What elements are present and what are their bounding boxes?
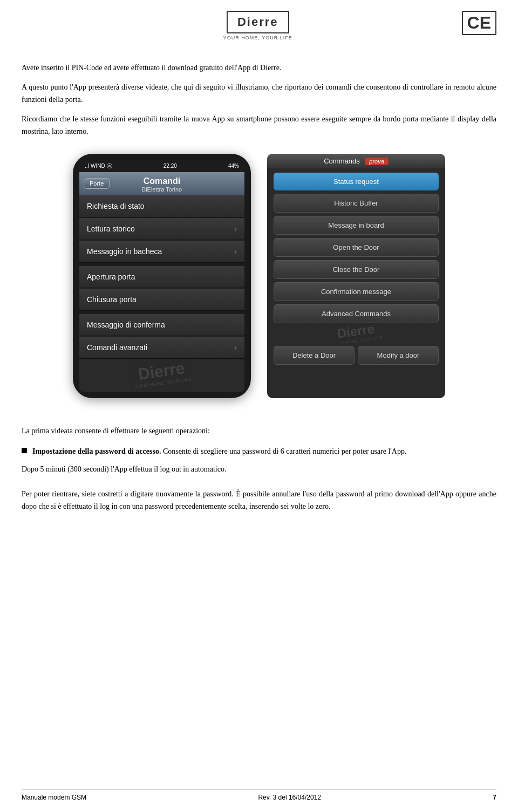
nav-back-button[interactable]: Porte xyxy=(84,178,110,189)
footer-right-text: 7 xyxy=(493,794,496,801)
status-time: 22:20 xyxy=(163,163,177,169)
page-header: Dierre YOUR HOME, YOUR LIFE CE xyxy=(0,0,518,46)
list-item-label: Lettura storico xyxy=(87,224,135,233)
bullet-text: Impostazione della password di accesso. … xyxy=(32,446,406,458)
list-item[interactable]: Comandi avanzati › xyxy=(79,337,244,359)
commands-header-text: Commands xyxy=(324,157,359,165)
list-item-label: Apertura porta xyxy=(87,272,135,281)
bullet-square-icon xyxy=(22,448,27,453)
list-item[interactable]: Richiesta di stato xyxy=(79,195,244,217)
list-item[interactable]: Messaggio in bacheca › xyxy=(79,241,244,263)
chevron-right-icon: › xyxy=(234,247,237,256)
chevron-right-icon: › xyxy=(234,343,237,352)
logo: Dierre YOUR HOME, YOUR LIFE xyxy=(223,11,292,40)
prova-badge: prova xyxy=(365,158,388,165)
delete-door-button[interactable]: Delete a Door xyxy=(274,346,355,365)
screenshots-section: ..I WIND ⓦ 22:20 44% Porte Comandi BiEle… xyxy=(22,154,496,398)
close-door-button[interactable]: Close the Door xyxy=(274,260,439,279)
list-item[interactable]: Apertura porta xyxy=(79,266,244,288)
list-item-label: Chiusura porta xyxy=(87,295,137,304)
page-footer: Manuale modem GSM Rev. 3 del 16/04/2012 … xyxy=(22,789,496,801)
iphone-menu-list: Richiesta di stato Lettura storico › Mes… xyxy=(79,195,244,392)
list-item-label: Richiesta di stato xyxy=(87,202,145,210)
iphone-screen: ..I WIND ⓦ 22:20 44% Porte Comandi BiEle… xyxy=(79,160,244,392)
main-content: Avete inserito il PIN-Code ed avete effe… xyxy=(0,46,518,425)
ce-mark: CE xyxy=(462,11,496,35)
paragraph-4: Dopo 5 minuti (300 secondi) l'App effett… xyxy=(22,463,496,481)
message-in-board-button[interactable]: Message in board xyxy=(274,216,439,235)
iphone-navbar: Porte Comandi BiElettra Torino xyxy=(79,172,244,195)
list-item-label: Messaggio in bacheca xyxy=(87,247,162,256)
iphone-screenshot: ..I WIND ⓦ 22:20 44% Porte Comandi BiEle… xyxy=(73,154,251,398)
footer-left-text: Manuale modem GSM xyxy=(22,794,86,801)
status-right: 44% xyxy=(228,163,239,169)
open-door-button[interactable]: Open the Door xyxy=(274,238,439,257)
paragraph-5: Per poter rientrare, siete costretti a d… xyxy=(22,488,496,556)
commands-header: Commands prova xyxy=(267,154,445,168)
list-item-label: Comandi avanzati xyxy=(87,343,147,352)
list-item[interactable]: Lettura storico › xyxy=(79,218,244,240)
bullet-item-password: Impostazione della password di accesso. … xyxy=(22,446,496,458)
caption-text: La prima videata consente di effettuare … xyxy=(22,425,496,437)
list-item[interactable]: Messaggio di conferma xyxy=(79,314,244,336)
confirmation-message-button[interactable]: Confirmation message xyxy=(274,282,439,301)
bullet-bold-text: Impostazione della password di accesso. xyxy=(32,447,161,455)
status-request-button[interactable]: Status request xyxy=(274,173,439,190)
status-left: ..I WIND ⓦ xyxy=(85,162,112,170)
paragraph-2: A questo punto l'App presenterà diverse … xyxy=(22,81,496,106)
list-item[interactable]: Chiusura porta xyxy=(79,289,244,311)
footer-center-text: Rev. 3 del 16/04/2012 xyxy=(258,794,321,801)
bullet-rest-text: Consente di scegliere una password di 6 … xyxy=(161,447,406,455)
paragraph-1: Avete inserito il PIN-Code ed avete effe… xyxy=(22,62,496,74)
iphone-statusbar: ..I WIND ⓦ 22:20 44% xyxy=(79,160,244,172)
logo-text: Dierre xyxy=(227,11,289,33)
list-item-label: Messaggio di conferma xyxy=(87,320,165,329)
bottom-content: La prima videata consente di effettuare … xyxy=(0,425,518,556)
modify-door-button[interactable]: Modify a door xyxy=(358,346,439,365)
historic-buffer-button[interactable]: Historic Buffer xyxy=(274,194,439,213)
bottom-button-row: Delete a Door Modify a door xyxy=(274,346,439,365)
commands-list: Status request Historic Buffer Message i… xyxy=(267,168,445,372)
commands-screenshot: Commands prova Status request Historic B… xyxy=(267,154,445,398)
logo-tagline: YOUR HOME, YOUR LIFE xyxy=(223,35,292,40)
paragraph-3: Ricordiamo che le stesse funzioni esegui… xyxy=(22,113,496,138)
advanced-commands-button[interactable]: Advanced Commands xyxy=(274,304,439,323)
chevron-right-icon: › xyxy=(234,224,237,233)
